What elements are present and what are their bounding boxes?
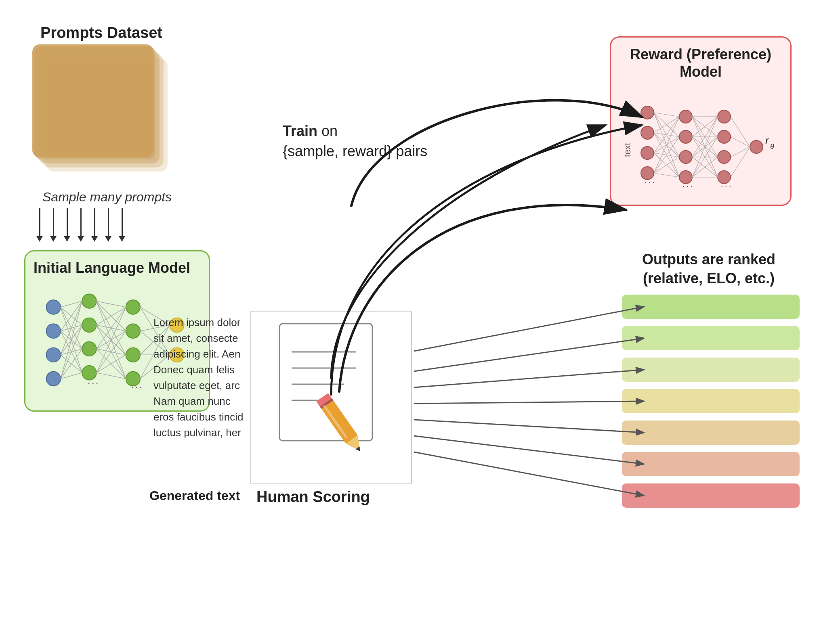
card-5 xyxy=(32,44,153,157)
svg-line-138 xyxy=(414,420,644,433)
train-bold: Train xyxy=(283,123,317,139)
svg-line-136 xyxy=(414,370,644,387)
svg-line-48 xyxy=(97,307,126,373)
svg-text:·: · xyxy=(725,181,727,190)
svg-line-117 xyxy=(731,117,750,147)
svg-line-137 xyxy=(414,401,644,404)
svg-point-75 xyxy=(718,110,731,123)
svg-point-5 xyxy=(82,318,96,332)
svg-line-139 xyxy=(414,436,644,464)
svg-text:·: · xyxy=(92,377,94,388)
arrow-down-5 xyxy=(91,208,98,242)
svg-text:·: · xyxy=(691,181,693,190)
arrow-down-4 xyxy=(78,208,84,242)
ranked-bars xyxy=(622,295,800,508)
prompts-dataset-label: Prompts Dataset xyxy=(40,24,162,42)
svg-point-0 xyxy=(46,300,61,314)
document-pencil-icon xyxy=(251,312,413,485)
svg-point-2 xyxy=(46,348,61,362)
svg-text:·: · xyxy=(652,177,655,186)
diagram-container: Prompts Dataset Sample many prompts Init… xyxy=(0,0,840,634)
svg-text:·: · xyxy=(88,377,90,388)
svg-point-1 xyxy=(46,324,61,338)
svg-rect-121 xyxy=(279,324,372,441)
train-text: Train on{sample, reward} pairs xyxy=(283,121,427,162)
svg-text:·: · xyxy=(644,177,647,186)
reward-model-box: Reward (Preference) Model text · · · · ·… xyxy=(610,36,792,206)
svg-point-13 xyxy=(126,348,140,362)
svg-text:·: · xyxy=(131,381,134,392)
svg-line-135 xyxy=(414,338,644,371)
svg-line-35 xyxy=(61,373,82,379)
svg-point-68 xyxy=(679,110,692,123)
sample-many-prompts-label: Sample many prompts xyxy=(42,190,172,205)
ranked-bar-7 xyxy=(622,483,800,508)
svg-point-6 xyxy=(82,342,96,356)
svg-point-70 xyxy=(679,151,692,163)
reward-model-neural-network-svg: text · · · · · · · · xyxy=(619,84,781,209)
svg-text:·: · xyxy=(139,381,142,392)
ranked-bar-6 xyxy=(622,452,800,476)
outputs-ranked-label: Outputs are ranked(relative, ELO, etc.) xyxy=(624,250,794,288)
svg-line-118 xyxy=(731,137,750,147)
arrow-down-3 xyxy=(64,208,70,242)
initial-language-model-label: Initial Language Model xyxy=(34,259,201,276)
svg-line-134 xyxy=(414,307,644,351)
ranked-bar-5 xyxy=(622,421,800,445)
arrow-down-2 xyxy=(50,208,57,242)
svg-text:·: · xyxy=(721,181,723,190)
arrows-down xyxy=(36,208,125,242)
svg-text:·: · xyxy=(648,177,651,186)
svg-point-69 xyxy=(679,130,692,143)
human-scoring-box xyxy=(250,311,412,484)
ranked-bar-2 xyxy=(622,326,800,350)
stacked-cards xyxy=(32,44,166,178)
svg-text:·: · xyxy=(135,381,138,392)
svg-point-61 xyxy=(641,106,654,119)
generated-text-label: Generated text xyxy=(149,488,240,503)
svg-line-140 xyxy=(414,452,644,496)
svg-text:text: text xyxy=(622,143,632,157)
svg-point-77 xyxy=(718,151,731,163)
arrow-down-7 xyxy=(119,208,125,242)
svg-line-33 xyxy=(61,325,82,379)
svg-point-82 xyxy=(750,140,763,153)
svg-text:·: · xyxy=(96,377,99,388)
svg-point-62 xyxy=(641,126,654,139)
ranked-bar-3 xyxy=(622,358,800,382)
generated-text-area: Lorem ipsum dolor sit amet, consecte adi… xyxy=(153,315,258,441)
svg-text:·: · xyxy=(687,181,689,190)
svg-line-120 xyxy=(731,147,750,177)
svg-line-20 xyxy=(61,301,82,307)
svg-line-97 xyxy=(654,117,679,173)
arrow-down-6 xyxy=(105,208,111,242)
svg-text:·: · xyxy=(729,181,731,190)
svg-point-4 xyxy=(82,294,96,308)
human-scoring-label: Human Scoring xyxy=(256,488,370,506)
svg-point-3 xyxy=(46,372,61,386)
svg-text:·: · xyxy=(682,181,685,190)
svg-point-63 xyxy=(641,146,654,159)
svg-line-119 xyxy=(731,147,750,157)
ranked-bar-1 xyxy=(622,295,800,319)
svg-point-76 xyxy=(718,130,731,143)
svg-point-11 xyxy=(126,300,140,314)
svg-line-51 xyxy=(97,373,126,379)
arrow-down-1 xyxy=(36,208,43,242)
svg-text:r: r xyxy=(765,134,769,146)
ranked-bar-4 xyxy=(622,389,800,413)
svg-text:θ: θ xyxy=(770,142,774,151)
svg-line-36 xyxy=(97,301,126,307)
svg-point-12 xyxy=(126,324,140,338)
reward-model-label: Reward (Preference) Model xyxy=(619,46,782,80)
svg-line-28 xyxy=(61,301,82,355)
